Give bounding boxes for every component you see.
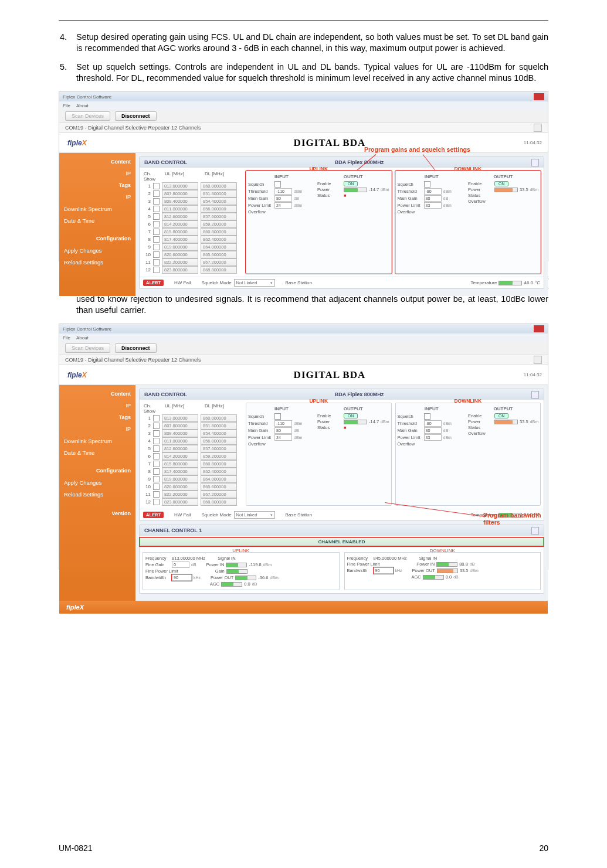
dl-freq-field[interactable]: 860.000000	[201, 182, 237, 190]
dl-freq-field[interactable]: 862.400000	[201, 468, 237, 475]
sidebar-item[interactable]: Content	[62, 156, 133, 168]
close-icon[interactable]	[534, 325, 544, 332]
bandwidth-select[interactable]: 90	[374, 567, 394, 574]
dl-freq-field[interactable]: 854.400000	[201, 430, 237, 437]
channel-checkbox[interactable]	[153, 445, 160, 452]
collapse-icon[interactable]	[531, 527, 539, 535]
dl-freq-field[interactable]: 856.000000	[201, 205, 237, 213]
squelch-checkbox[interactable]	[274, 181, 281, 188]
channel-checkbox[interactable]	[153, 198, 160, 205]
dl-freq-field[interactable]: 867.200000	[201, 491, 237, 498]
channel-checkbox[interactable]	[153, 423, 160, 429]
sidebar-item[interactable]: IP	[62, 168, 133, 180]
sidebar-item[interactable]: Tags	[62, 180, 133, 192]
channel-checkbox[interactable]	[153, 499, 160, 505]
channel-checkbox[interactable]	[153, 229, 160, 235]
enable-toggle[interactable]: ON	[344, 413, 358, 418]
dl-freq-field[interactable]: 859.200000	[201, 220, 237, 228]
sidebar-item[interactable]: Version	[62, 508, 133, 520]
channel-checkbox[interactable]	[153, 415, 160, 421]
menu-file[interactable]: File	[63, 335, 70, 341]
ul-freq-field[interactable]: 811.000000	[162, 437, 198, 445]
squelch-checkbox[interactable]	[424, 413, 430, 420]
ul-freq-field[interactable]: 823.800000	[162, 266, 198, 274]
channel-checkbox[interactable]	[153, 468, 160, 475]
ul-freq-field[interactable]: 813.000000	[162, 414, 198, 422]
threshold-field[interactable]: -110	[274, 188, 292, 195]
sidebar-item[interactable]: Reload Settings	[62, 257, 133, 268]
dl-freq-field[interactable]: 860.800000	[201, 460, 237, 468]
enable-toggle[interactable]: ON	[344, 181, 358, 186]
menu-file[interactable]: File	[63, 103, 70, 108]
ul-freq-field[interactable]: 822.200000	[162, 258, 198, 266]
ul-freq-field[interactable]: 807.800000	[162, 190, 198, 198]
dl-freq-field[interactable]: 857.600000	[201, 445, 237, 452]
collapse-icon[interactable]	[531, 159, 539, 166]
sidebar-item[interactable]: Tags	[62, 412, 133, 424]
scan-button[interactable]: Scan Devices	[65, 111, 110, 121]
sidebar-item[interactable]: IP	[62, 424, 133, 435]
collapse-icon[interactable]	[531, 391, 539, 399]
dl-freq-field[interactable]: 868.800000	[201, 266, 237, 274]
scan-button[interactable]: Scan Devices	[65, 343, 110, 353]
dl-freq-field[interactable]: 862.400000	[201, 236, 237, 243]
ul-freq-field[interactable]: 820.600000	[162, 483, 198, 491]
disconnect-button[interactable]: Disconnect	[115, 111, 157, 121]
gain-field[interactable]: 80	[274, 195, 292, 202]
sidebar-item[interactable]: Downlink Spectrum	[62, 435, 133, 447]
ul-freq-field[interactable]: 812.600000	[162, 213, 198, 220]
dl-freq-field[interactable]: 856.000000	[201, 437, 237, 445]
dl-freq-field[interactable]: 865.600000	[201, 483, 237, 491]
channel-checkbox[interactable]	[153, 190, 160, 197]
sidebar-item[interactable]: Downlink Spectrum	[62, 203, 133, 215]
close-icon[interactable]	[534, 93, 544, 100]
squelch-checkbox[interactable]	[424, 181, 430, 188]
channel-checkbox[interactable]	[153, 236, 160, 243]
channel-checkbox[interactable]	[153, 453, 160, 459]
ul-freq-field[interactable]: 817.400000	[162, 236, 198, 243]
ul-freq-field[interactable]: 820.600000	[162, 251, 198, 258]
squelch-checkbox[interactable]	[274, 413, 281, 420]
sidebar-item[interactable]: Apply Changes	[62, 477, 133, 489]
ul-freq-field[interactable]: 815.800000	[162, 460, 198, 468]
ul-freq-field[interactable]: 819.000000	[162, 475, 198, 483]
dl-freq-field[interactable]: 864.000000	[201, 243, 237, 251]
sidebar-item[interactable]: Reload Settings	[62, 489, 133, 501]
sidebar-item[interactable]: Configuration	[62, 465, 133, 477]
dl-freq-field[interactable]: 851.800000	[201, 422, 237, 430]
channel-checkbox[interactable]	[153, 213, 160, 220]
enable-toggle[interactable]: ON	[494, 181, 509, 186]
menu-about[interactable]: About	[76, 103, 89, 108]
sidebar-item[interactable]: Apply Changes	[62, 245, 133, 257]
ul-freq-field[interactable]: 822.200000	[162, 491, 198, 498]
squelch-mode-select[interactable]: Not Linked	[234, 279, 275, 287]
dl-freq-field[interactable]: 867.200000	[201, 258, 237, 266]
ul-freq-field[interactable]: 817.400000	[162, 468, 198, 475]
enable-toggle[interactable]: ON	[494, 413, 509, 418]
channel-checkbox[interactable]	[153, 491, 160, 498]
channel-checkbox[interactable]	[153, 221, 160, 227]
dropdown-icon[interactable]	[534, 356, 542, 364]
channel-checkbox[interactable]	[153, 183, 160, 189]
channel-checkbox[interactable]	[153, 484, 160, 490]
dl-freq-field[interactable]: 859.200000	[201, 452, 237, 460]
bandwidth-select[interactable]: 90	[172, 574, 192, 581]
dl-freq-field[interactable]: 851.800000	[201, 190, 237, 198]
ul-freq-field[interactable]: 812.600000	[162, 445, 198, 452]
channel-checkbox[interactable]	[153, 206, 160, 212]
ul-freq-field[interactable]: 813.000000	[162, 182, 198, 190]
ul-freq-field[interactable]: 814.200000	[162, 220, 198, 228]
dl-freq-field[interactable]: 864.000000	[201, 475, 237, 483]
gain-field[interactable]: 80	[424, 195, 442, 202]
dl-freq-field[interactable]: 857.600000	[201, 213, 237, 220]
sidebar-item[interactable]: Content	[62, 389, 133, 400]
dl-freq-field[interactable]: 860.000000	[201, 414, 237, 422]
channel-enabled-bar[interactable]: CHANNEL ENABLED	[140, 537, 544, 546]
sidebar-item[interactable]: IP	[62, 192, 133, 203]
channel-checkbox[interactable]	[153, 259, 160, 265]
sidebar-item[interactable]: IP	[62, 400, 133, 412]
dl-freq-field[interactable]: 854.400000	[201, 198, 237, 205]
ul-freq-field[interactable]: 815.800000	[162, 228, 198, 236]
channel-checkbox[interactable]	[153, 430, 160, 437]
sidebar-item[interactable]: Date & Time	[62, 447, 133, 459]
